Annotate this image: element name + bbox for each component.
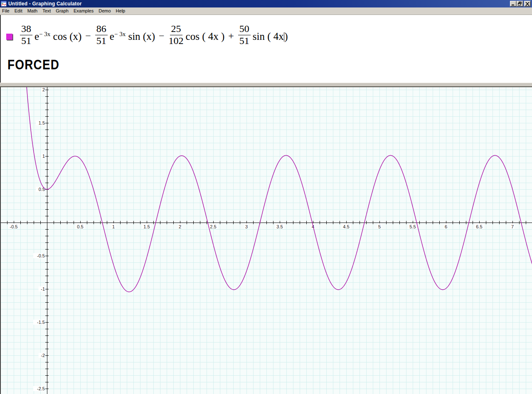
fraction-denominator: 51: [96, 35, 106, 46]
x-tick-label: 6: [445, 224, 447, 229]
exponent: − 3x: [114, 31, 126, 37]
operator: +: [228, 30, 234, 42]
window-title: Untitled - Graphing Calculator: [8, 1, 82, 7]
minimize-icon: [511, 2, 515, 6]
y-tick-label: -1: [41, 286, 45, 291]
x-tick-label: 2.5: [210, 224, 216, 229]
close-button[interactable]: [524, 1, 531, 7]
y-tick-label: -2: [41, 353, 45, 358]
operator: −: [85, 30, 91, 42]
menu-item-edit[interactable]: Edit: [12, 7, 25, 15]
menu-bar: File Edit Math Text Graph Examples Demo …: [0, 7, 532, 15]
equation-formula[interactable]: 3851e− 3x cos (x)−8651e− 3x sin (x)−2510…: [20, 24, 288, 46]
menu-item-demo[interactable]: Demo: [96, 7, 113, 15]
menu-item-file[interactable]: File: [0, 7, 12, 15]
x-tick-label: 0.5: [77, 224, 83, 229]
x-tick-label: 2: [179, 224, 181, 229]
y-tick-label: 1: [42, 154, 45, 159]
fraction: 3851: [20, 24, 32, 46]
fraction-denominator: 51: [21, 35, 31, 46]
y-tick-label: 2: [42, 87, 45, 92]
restore-button[interactable]: [517, 1, 523, 7]
x-tick-label: 4.5: [343, 224, 349, 229]
y-tick-label: -0.5: [37, 253, 45, 258]
menu-item-examples[interactable]: Examples: [71, 7, 96, 15]
x-tick-label: 7: [511, 224, 514, 229]
app-icon: [1, 1, 7, 7]
term-expression: cos ( 4x ): [186, 31, 225, 42]
x-tick-label: 1: [112, 224, 115, 229]
restore-icon: [518, 2, 522, 6]
fraction: 8651: [95, 24, 108, 46]
x-tick-label: -0.5: [10, 224, 18, 229]
y-tick-label: 1.5: [39, 120, 45, 125]
term-expression: e− 3x cos (x): [34, 31, 81, 42]
app-window: Untitled - Graphing Calculator File: [0, 0, 532, 394]
x-tick-label: 5: [378, 224, 381, 229]
fraction-numerator: 50: [238, 24, 251, 35]
fraction-denominator: 102: [169, 35, 184, 46]
window-titlebar: Untitled - Graphing Calculator: [0, 0, 532, 7]
menu-item-text[interactable]: Text: [40, 7, 53, 15]
exponent: − 3x: [39, 31, 50, 37]
fraction-denominator: 51: [239, 35, 249, 46]
fraction: 25102: [169, 24, 184, 46]
equation-color-swatch[interactable]: [6, 34, 12, 40]
menu-item-graph[interactable]: Graph: [53, 7, 71, 15]
fraction-numerator: 25: [170, 24, 182, 35]
equation-panel: 3851e− 3x cos (x)−8651e− 3x sin (x)−2510…: [0, 15, 532, 83]
menu-item-math[interactable]: Math: [25, 7, 40, 15]
menu-item-help[interactable]: Help: [113, 7, 128, 15]
x-tick-label: 3.5: [276, 224, 283, 229]
graph-panel[interactable]: -0.50.511.522.533.544.555.566.5721.510.5…: [0, 87, 532, 394]
y-tick-label: -1.5: [37, 320, 45, 325]
close-icon: [525, 2, 530, 6]
x-tick-label: 3: [245, 224, 248, 229]
term-expression: sin ( 4x): [253, 31, 288, 42]
x-tick-label: 5.5: [409, 224, 416, 229]
minimize-button[interactable]: [510, 1, 517, 7]
fraction-numerator: 86: [95, 24, 108, 35]
text-caret: [284, 32, 284, 42]
x-tick-label: 6.5: [476, 224, 482, 229]
panel-splitter[interactable]: [0, 83, 532, 87]
graph-canvas[interactable]: -0.50.511.522.533.544.555.566.5721.510.5…: [1, 87, 532, 394]
operator: −: [159, 30, 165, 42]
annotation-forced[interactable]: FORCED: [7, 56, 59, 73]
fraction: 5051: [238, 24, 251, 46]
term-expression: e− 3x sin (x): [110, 31, 155, 42]
y-tick-label: -2.5: [37, 386, 45, 391]
fraction-numerator: 38: [20, 24, 32, 35]
x-tick-label: 1.5: [143, 224, 150, 229]
